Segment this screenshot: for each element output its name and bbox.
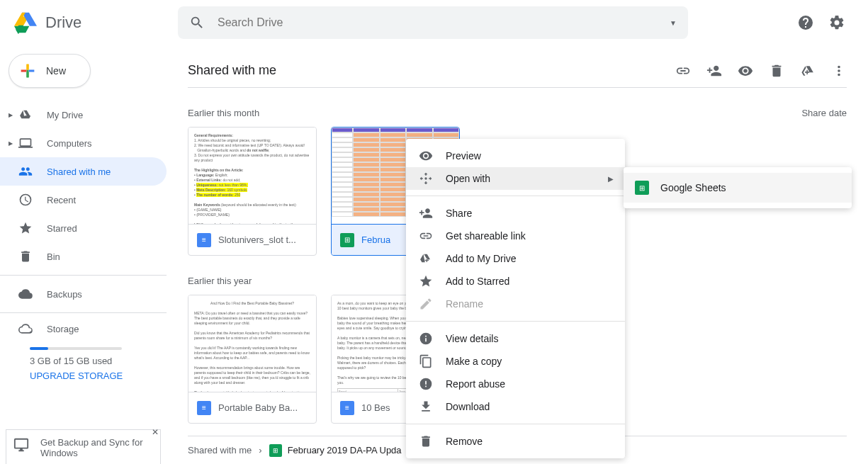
copy-icon bbox=[417, 354, 434, 368]
file-name: 10 Bes bbox=[361, 402, 390, 413]
submenu-google-sheets[interactable]: ⊞ Google Sheets bbox=[624, 173, 852, 203]
menu-share[interactable]: Share bbox=[406, 202, 625, 225]
person-add-icon bbox=[417, 206, 434, 220]
storage-label: Storage bbox=[47, 324, 79, 334]
search-bar[interactable]: ▼ bbox=[178, 6, 688, 39]
open-icon bbox=[417, 171, 434, 186]
sidebar-label: Computers bbox=[47, 138, 92, 149]
menu-download[interactable]: Download bbox=[406, 395, 625, 418]
sidebar-item-recent[interactable]: Recent bbox=[0, 186, 167, 214]
file-name: Portable Baby Ba... bbox=[218, 402, 298, 413]
sidebar-item-bin[interactable]: Bin bbox=[0, 242, 167, 271]
link-icon bbox=[417, 229, 434, 243]
file-card[interactable]: And How Do I Find the Best Portable Baby… bbox=[188, 295, 317, 424]
settings-icon[interactable] bbox=[828, 14, 845, 31]
sidebar-label: Recent bbox=[47, 195, 76, 205]
submenu-label: Google Sheets bbox=[660, 182, 726, 193]
trash-icon bbox=[417, 434, 434, 448]
sidebar-item-starred[interactable]: Starred bbox=[0, 214, 167, 242]
svg-marker-1 bbox=[14, 26, 29, 33]
menu-add-starred[interactable]: Add to Starred bbox=[406, 270, 625, 293]
search-input[interactable] bbox=[216, 16, 670, 30]
menu-label: Preview bbox=[446, 150, 481, 162]
sidebar-item-backups[interactable]: Backups bbox=[0, 280, 167, 308]
file-name: Februa bbox=[361, 234, 390, 245]
menu-label: Add to Starred bbox=[446, 276, 509, 287]
storage-bar bbox=[30, 347, 122, 350]
file-preview: General Requirements: 1. Articles should… bbox=[188, 128, 316, 224]
recent-icon bbox=[17, 193, 34, 207]
chevron-right-icon: › bbox=[259, 445, 261, 455]
menu-label: Make a copy bbox=[446, 356, 502, 367]
menu-view-details[interactable]: View details bbox=[406, 327, 625, 350]
sidebar-label: Shared with me bbox=[47, 166, 111, 177]
menu-label: View details bbox=[446, 333, 498, 344]
breadcrumb-root[interactable]: Shared with me bbox=[188, 445, 252, 455]
shared-icon bbox=[17, 164, 34, 179]
upgrade-link[interactable]: UPGRADE STORAGE bbox=[30, 370, 167, 381]
menu-open-with[interactable]: Open with ▶ bbox=[406, 167, 625, 190]
menu-get-link[interactable]: Get shareable link bbox=[406, 225, 625, 247]
star-icon bbox=[417, 274, 434, 288]
chevron-right-icon[interactable]: ▶ bbox=[9, 140, 16, 147]
sidebar-item-computers[interactable]: ▶ Computers bbox=[0, 129, 167, 157]
app-title: Drive bbox=[45, 13, 81, 32]
storage-icon bbox=[17, 322, 34, 336]
report-icon bbox=[417, 377, 434, 391]
menu-preview[interactable]: Preview bbox=[406, 145, 625, 167]
share-date-label[interactable]: Share date bbox=[801, 108, 847, 118]
chevron-right-icon[interactable]: ▶ bbox=[9, 112, 16, 118]
link-icon[interactable] bbox=[675, 63, 691, 79]
edit-icon bbox=[417, 297, 434, 311]
eye-icon bbox=[417, 149, 434, 163]
menu-label: Rename bbox=[446, 298, 483, 310]
sidebar: New ▶ My Drive ▶ Computers Shared with m… bbox=[0, 45, 167, 464]
download-icon bbox=[417, 400, 434, 414]
sheets-icon: ⊞ bbox=[635, 181, 649, 195]
logo[interactable]: Drive bbox=[11, 9, 178, 37]
trash-icon[interactable] bbox=[769, 63, 784, 79]
more-icon[interactable] bbox=[831, 63, 847, 79]
person-add-icon[interactable] bbox=[706, 63, 722, 79]
file-preview: And How Do I Find the Best Portable Baby… bbox=[188, 295, 316, 392]
search-icon bbox=[189, 15, 205, 30]
my-drive-icon bbox=[17, 108, 34, 122]
docs-icon: ≡ bbox=[197, 233, 211, 247]
sidebar-label: Bin bbox=[47, 251, 60, 262]
menu-add-drive[interactable]: Add to My Drive bbox=[406, 247, 625, 270]
menu-label: Open with bbox=[446, 173, 490, 184]
menu-label: Add to My Drive bbox=[446, 253, 517, 264]
search-options-dropdown-icon[interactable]: ▼ bbox=[670, 19, 677, 27]
menu-report-abuse[interactable]: Report abuse bbox=[406, 373, 625, 395]
menu-label: Download bbox=[446, 401, 490, 412]
menu-label: Report abuse bbox=[446, 378, 505, 390]
file-card[interactable]: General Requirements: 1. Articles should… bbox=[188, 127, 317, 256]
menu-make-copy[interactable]: Make a copy bbox=[406, 350, 625, 373]
backup-promo[interactable]: ✕ Get Backup and Sync for Windows bbox=[6, 429, 161, 464]
sidebar-label: Backups bbox=[47, 289, 82, 300]
sheets-icon: ⊞ bbox=[269, 444, 282, 457]
menu-label: Get shareable link bbox=[446, 230, 526, 242]
breadcrumb-current[interactable]: February 2019 DA-PA Upda bbox=[288, 445, 402, 455]
computers-icon bbox=[17, 136, 34, 150]
sidebar-item-storage[interactable]: Storage bbox=[0, 317, 167, 340]
menu-label: Remove bbox=[446, 436, 483, 447]
new-button[interactable]: New bbox=[9, 54, 91, 88]
chevron-right-icon: ▶ bbox=[608, 175, 614, 183]
menu-label: Share bbox=[446, 208, 472, 219]
docs-icon: ≡ bbox=[340, 401, 354, 415]
drive-add-icon[interactable] bbox=[800, 63, 816, 79]
menu-remove[interactable]: Remove bbox=[406, 430, 625, 453]
sidebar-item-my-drive[interactable]: ▶ My Drive bbox=[0, 101, 167, 129]
sidebar-item-shared[interactable]: Shared with me bbox=[0, 157, 167, 186]
section-label: Earlier this month bbox=[188, 108, 259, 118]
drive-logo-icon bbox=[11, 9, 40, 37]
help-icon[interactable] bbox=[797, 14, 814, 31]
close-icon[interactable]: ✕ bbox=[152, 427, 159, 437]
eye-icon[interactable] bbox=[738, 63, 753, 79]
desktop-icon bbox=[13, 437, 29, 453]
header-actions bbox=[797, 14, 857, 31]
drive-add-icon bbox=[417, 251, 434, 266]
promo-text: Get Backup and Sync for Windows bbox=[40, 437, 153, 458]
content-header: Shared with me bbox=[188, 54, 847, 88]
